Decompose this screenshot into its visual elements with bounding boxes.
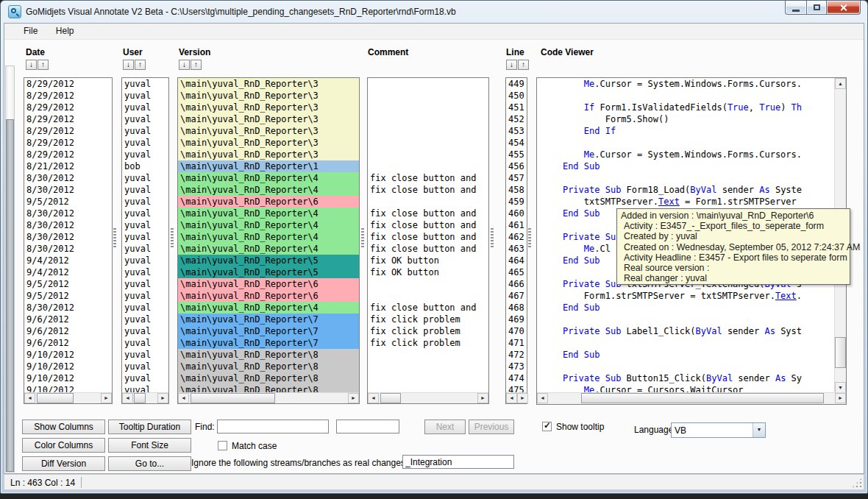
line-number-cell[interactable]: 463 — [506, 243, 527, 255]
version-cell[interactable]: \main\yuval_RnD_Reporter\4 — [178, 243, 359, 255]
version-cell[interactable]: \main\yuval_RnD_Reporter\6 — [178, 196, 359, 208]
code-line[interactable]: Private Sub Label1_Click(ByVal sender As… — [541, 325, 834, 337]
comment-cell[interactable]: fix close button and — [368, 231, 488, 243]
maximize-button[interactable] — [806, 1, 827, 15]
user-list[interactable]: yuvalyuvalyuvalyuvalyuvalyuvalyuvalbobyu… — [121, 77, 169, 404]
user-cell[interactable]: bob — [122, 160, 168, 172]
date-cell[interactable]: 8/29/2012 — [24, 113, 112, 125]
line-number-cell[interactable]: 452 — [506, 113, 527, 125]
main-vertical-scrollbar-thumb[interactable] — [6, 119, 14, 472]
date-cell[interactable]: 8/29/2012 — [24, 125, 112, 137]
comment-cell[interactable] — [368, 160, 488, 172]
version-cell[interactable]: \main\yuval_RnD_Reporter\3 — [178, 125, 359, 137]
line-number-cell[interactable]: 467 — [506, 290, 527, 302]
version-list[interactable]: \main\yuval_RnD_Reporter\3\main\yuval_Rn… — [177, 77, 360, 404]
comment-cell[interactable] — [368, 113, 488, 125]
line-number-cell[interactable]: 471 — [506, 337, 527, 349]
version-cell[interactable]: \main\yuval_RnD_Reporter\3 — [178, 113, 359, 125]
date-cell[interactable]: 8/30/2012 — [24, 172, 112, 184]
hscrollbar-thumb[interactable] — [134, 393, 146, 403]
titlebar[interactable]: GoMidjets Visual Annotate V2 Beta - C:\U… — [1, 1, 867, 23]
user-cell[interactable]: yuval — [122, 90, 168, 102]
column-splitter-grip[interactable] — [361, 228, 364, 249]
user-cell[interactable]: yuval — [122, 314, 168, 325]
code-line[interactable] — [541, 361, 834, 372]
line-number-cell[interactable]: 451 — [506, 102, 527, 113]
version-cell[interactable]: \main\yuval_RnD_Reporter\8 — [178, 361, 359, 372]
line-number-cell[interactable]: 458 — [506, 184, 527, 196]
line-number-list[interactable]: 4494504514524534544554564574584594604614… — [505, 77, 527, 404]
minimize-button[interactable] — [785, 1, 806, 15]
line-number-cell[interactable]: 456 — [506, 160, 527, 172]
version-cell[interactable]: \main\yuval_RnD_Reporter\8 — [178, 349, 359, 361]
line-number-cell[interactable]: 453 — [506, 125, 527, 137]
code-line[interactable] — [541, 172, 834, 184]
font-size-button[interactable]: Font Size — [108, 438, 191, 453]
comment-cell[interactable]: fix close button and — [368, 184, 488, 196]
code-line[interactable] — [541, 337, 834, 349]
language-dropdown[interactable]: VB ▼ — [671, 422, 766, 438]
hscrollbar-thumb[interactable] — [380, 393, 401, 403]
code-line[interactable] — [541, 137, 834, 149]
comment-hscrollbar[interactable]: ◄► — [368, 392, 488, 403]
scroll-down-arrow-icon[interactable]: ▼ — [835, 382, 846, 393]
ignore-streams-input[interactable] — [402, 455, 514, 469]
version-cell[interactable]: \main\yuval_RnD_Reporter\7 — [178, 325, 359, 337]
date-cell[interactable]: 9/10/2012 — [24, 372, 112, 384]
sort-asc-button[interactable]: ↑ — [191, 60, 202, 70]
code-line[interactable]: Private Sub Form18_Load(ByVal sender As … — [541, 184, 834, 196]
line-number-cell[interactable]: 466 — [506, 278, 527, 290]
user-hscrollbar[interactable]: ◄► — [122, 392, 168, 403]
user-cell[interactable]: yuval — [122, 208, 168, 219]
user-cell[interactable]: yuval — [122, 78, 168, 90]
date-cell[interactable]: 8/29/2012 — [24, 137, 112, 149]
line-number-cell[interactable]: 461 — [506, 219, 527, 231]
version-cell[interactable]: \main\yuval_RnD_Reporter\4 — [178, 302, 359, 314]
code-line[interactable]: End Sub — [541, 160, 834, 172]
hscrollbar-thumb[interactable] — [37, 393, 74, 403]
sort-desc-button[interactable]: ↓ — [26, 60, 37, 70]
column-splitter-grip[interactable] — [528, 228, 531, 249]
color-columns-button[interactable]: Color Columns — [22, 438, 105, 453]
date-cell[interactable]: 8/30/2012 — [24, 243, 112, 255]
date-cell[interactable]: 9/4/2012 — [24, 266, 112, 278]
code-line[interactable]: Me.Cursor = System.Windows.Forms.Cursors… — [541, 78, 834, 90]
user-cell[interactable]: yuval — [122, 361, 168, 372]
hscrollbar-track[interactable] — [35, 393, 101, 403]
sort-desc-button[interactable]: ↓ — [179, 60, 190, 70]
scroll-left-arrow-icon[interactable]: ◄ — [368, 393, 379, 403]
comment-cell[interactable]: fix OK button — [368, 266, 488, 278]
date-cell[interactable]: 9/10/2012 — [24, 361, 112, 372]
show-columns-button[interactable]: Show Columns — [22, 420, 105, 434]
main-vertical-scrollbar[interactable] — [5, 66, 15, 473]
comment-cell[interactable] — [368, 102, 488, 113]
date-cell[interactable]: 9/6/2012 — [24, 325, 112, 337]
version-cell[interactable]: \main\yuval_RnD_Reporter\5 — [178, 266, 359, 278]
version-cell[interactable]: \main\yuval_RnD_Reporter\3 — [178, 90, 359, 102]
hscrollbar-track[interactable] — [379, 393, 477, 403]
dropdown-arrow-icon[interactable]: ▼ — [753, 423, 765, 437]
scroll-up-arrow-icon[interactable]: ▲ — [835, 78, 846, 89]
date-cell[interactable]: 8/29/2012 — [24, 102, 112, 113]
user-cell[interactable]: yuval — [122, 302, 168, 314]
sort-desc-button[interactable]: ↓ — [506, 60, 517, 70]
version-cell[interactable]: \main\yuval_RnD_Reporter\3 — [178, 78, 359, 90]
code-line[interactable]: End If — [541, 125, 834, 137]
date-cell[interactable]: 8/29/2012 — [24, 78, 112, 90]
version-cell[interactable]: \main\yuval_RnD_Reporter\4 — [178, 184, 359, 196]
line-number-cell[interactable]: 472 — [506, 349, 527, 361]
sort-asc-button[interactable]: ↑ — [135, 60, 146, 70]
scroll-right-arrow-icon[interactable]: ► — [101, 393, 112, 403]
line-number-cell[interactable]: 460 — [506, 208, 527, 219]
comment-cell[interactable]: fix close button and — [368, 172, 488, 184]
user-cell[interactable]: yuval — [122, 125, 168, 137]
scroll-right-arrow-icon[interactable]: ► — [157, 393, 168, 403]
scroll-right-arrow-icon[interactable]: ► — [517, 393, 528, 403]
code-line[interactable] — [541, 90, 834, 102]
user-cell[interactable]: yuval — [122, 372, 168, 384]
user-cell[interactable]: yuval — [122, 102, 168, 113]
user-cell[interactable]: yuval — [122, 255, 168, 266]
user-cell[interactable]: yuval — [122, 196, 168, 208]
show-tooltip-checkbox[interactable]: ✓ — [542, 422, 552, 431]
version-cell[interactable]: \main\yuval_RnD_Reporter\6 — [178, 290, 359, 302]
